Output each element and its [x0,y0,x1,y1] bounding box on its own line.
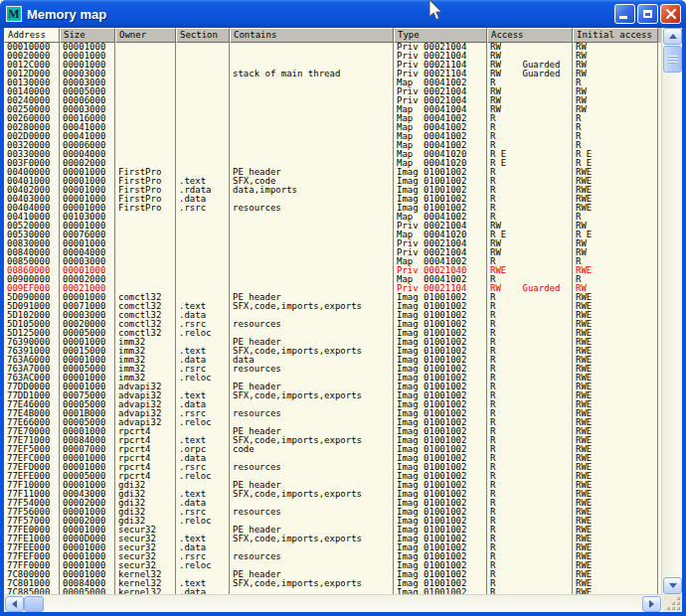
cell-initial_access: RW [573,239,658,248]
table-row[interactable]: 0028000000041000Map 00041002RR [4,123,661,132]
table-row[interactable]: 0013000000003000Map 00041002RR [4,78,661,87]
scroll-right-button[interactable] [642,596,661,612]
table-row[interactable]: 0025000000003000Map 00041004RWRW [4,105,661,114]
table-row[interactable]: 0012D00000003000stack of main threadPriv… [4,70,661,78]
table-row[interactable]: 77F1100000043000gdi32.textSFX,code,impor… [4,490,661,499]
scroll-left-button[interactable] [5,596,24,612]
table-row[interactable]: 0033000000004000Map 00041020R ER E [4,150,661,159]
table-row[interactable]: 5D12500000005000comctl32.relocImag 01001… [4,329,661,338]
table-row[interactable]: 0053000000076000Map 00041020R ER E [4,231,661,239]
table-row[interactable]: 763AC00000001000imm32.relocImag 01001002… [4,374,661,383]
table-row[interactable]: 5D09000000001000comctl32PE headerImag 01… [4,293,661,302]
table-row[interactable]: 77FEE00000001000secur32.dataImag 0100100… [4,543,661,552]
table-row[interactable]: 5D09100000071000comctl32.textSFX,code,im… [4,302,661,311]
table-row[interactable]: 77E4B0000001B000advapi32.rsrcresourcesIm… [4,409,661,418]
table-row[interactable]: 77F5600000001000gdi32.rsrcresourcesImag … [4,508,661,517]
table-row[interactable]: 77DD000000001000advapi32PE headerImag 01… [4,383,661,391]
cell-section [176,248,230,257]
table-row[interactable]: 002D000000041000Map 00041002RR [4,132,661,141]
column-header-access[interactable]: Access [487,28,573,43]
column-header-section[interactable]: Section [176,28,230,43]
table-row[interactable]: 77FE000000001000secur32PE headerImag 010… [4,526,661,535]
table-row[interactable]: 5D10200000003000comctl32.dataImag 010010… [4,311,661,320]
cell-access: R [487,463,573,472]
table-row[interactable]: 0040300000001000FirstPro.dataImag 010010… [4,195,661,204]
resize-grip[interactable] [666,596,680,610]
table-row[interactable]: 0024000000006000Priv 00021004RWRW [4,96,661,105]
cell-initial_access: R [573,257,658,266]
table-row[interactable]: 0084000000004000Priv 00021004RWRW [4,248,661,257]
column-header-contains[interactable]: Contains [230,28,394,43]
cell-address: 00280000 [4,123,60,132]
table-row[interactable]: 0083000000001000Priv 00021004RWRW [4,239,661,248]
table-row[interactable]: 77EFD00000001000rpcrt4.rsrcresourcesImag… [4,463,661,472]
cell-contains [230,231,394,239]
table-row[interactable]: 0012C00000001000Priv 00021104RW GuardedR… [4,61,661,70]
vertical-scroll-thumb[interactable] [663,46,682,73]
table-row[interactable]: 7639000000001000imm32PE headerImag 01001… [4,338,661,347]
maximize-button[interactable] [637,4,658,24]
cell-size: 00005000 [60,418,115,427]
table-row[interactable]: 77F5700000002000gdi32.relocImag 01001002… [4,517,661,526]
table-row[interactable]: 0040200000001000FirstPro.rdatadata,impor… [4,186,661,195]
cell-access: R [487,490,573,499]
cell-section: .text [176,347,230,356]
window-icon[interactable]: M [6,6,22,22]
cell-type: Imag 01001002 [394,177,487,186]
cell-contains: PE header [230,526,394,535]
table-row[interactable]: 0041000000103000Map 00041002RR [4,213,661,222]
table-row[interactable]: 009EF00000021000Priv 00021104RW GuardedR… [4,284,661,293]
table-row[interactable]: 0001000000001000Priv 00021004RWRW [4,43,661,52]
cell-address: 77FF0000 [4,561,60,570]
table-row[interactable]: 7C80000000001000kernel32PE headerImag 01… [4,570,661,579]
table-row[interactable]: 0090000000002000Map 00041002RR [4,275,661,284]
close-button[interactable] [660,4,681,24]
horizontal-scroll-thumb[interactable] [24,596,44,612]
table-row[interactable]: 77EFC00000001000rpcrt4.dataImag 01001002… [4,454,661,463]
table-row[interactable]: 0040100000001000FirstPro.textSFX,codeIma… [4,177,661,186]
table-row[interactable]: 0002000000001000Priv 00021004RWRW [4,52,661,61]
title-bar[interactable]: M Memory map [0,0,686,28]
column-header-size[interactable]: Size [60,28,115,43]
vertical-scrollbar[interactable] [661,28,682,594]
table-row[interactable]: 77FF000000001000secur32.relocImag 010010… [4,561,661,570]
table-row[interactable]: 77FE10000000D000secur32.textSFX,code,imp… [4,535,661,543]
table-row[interactable]: 77E6600000005000advapi32.relocImag 01001… [4,418,661,427]
table-row[interactable]: 003F000000002000Map 00041020R ER E [4,159,661,168]
table-row[interactable]: 0026000000016000Map 00041002RR [4,114,661,123]
table-row[interactable]: 0040000000001000FirstProPE headerImag 01… [4,168,661,177]
cell-owner: FirstPro [115,186,176,195]
table-row[interactable]: 77F5400000002000gdi32.dataImag 01001002R… [4,499,661,508]
table-row[interactable]: 77EFE00000005000rpcrt4.relocImag 0100100… [4,472,661,481]
column-header-initial-access[interactable]: Initial access [573,28,658,43]
table-row[interactable]: 77E7000000001000rpcrt4PE headerImag 0100… [4,427,661,436]
scroll-up-button[interactable] [663,28,682,45]
cell-size: 00006000 [60,141,115,150]
column-header-type[interactable]: Type [394,28,487,43]
minimize-button[interactable] [614,4,635,24]
table-row[interactable]: 0052000000001000Priv 00021004RWRW [4,222,661,231]
table-row[interactable]: 77E4600000005000advapi32.dataImag 010010… [4,400,661,409]
table-row[interactable]: 0040400000001000FirstPro.rsrcresourcesIm… [4,204,661,213]
table-row[interactable]: 0085000000003000Map 00041002RR [4,257,661,266]
scroll-down-button[interactable] [663,577,682,594]
table-row[interactable]: 763A700000005000imm32.rsrcresourcesImag … [4,365,661,374]
table-row[interactable]: 77FEF00000001000secur32.rsrcresourcesIma… [4,552,661,561]
cell-owner: secur32 [115,543,176,552]
table-row[interactable]: 77E7100000084000rpcrt4.textSFX,code,impo… [4,436,661,445]
column-header-owner[interactable]: Owner [115,28,176,43]
column-header-address[interactable]: Address [4,28,60,43]
table-row[interactable]: 7C80100000084000kernel32.textSFX,code,im… [4,579,661,588]
table-row[interactable]: 0086000000001000Priv 00021040RWERWE [4,266,661,275]
horizontal-scrollbar[interactable] [4,594,662,612]
table-row[interactable]: 763A600000001000imm32.datadataImag 01001… [4,356,661,365]
table-row[interactable]: 77F1000000001000gdi32PE headerImag 01001… [4,481,661,490]
table-row[interactable]: 7639100000015000imm32.textSFX,code,impor… [4,347,661,356]
table-row[interactable]: 77DD100000075000advapi32.textSFX,code,im… [4,391,661,400]
table-row[interactable]: 5D10500000020000comctl32.rsrcresourcesIm… [4,320,661,329]
cell-section: .data [176,311,230,320]
table-row[interactable]: 0014000000005000Priv 00021004RWRW [4,87,661,96]
table-row[interactable]: 77EF500000007000rpcrt4.orpccodeImag 0100… [4,445,661,454]
table-row[interactable]: 0032000000006000Map 00041002RR [4,141,661,150]
cell-contains [230,284,394,293]
